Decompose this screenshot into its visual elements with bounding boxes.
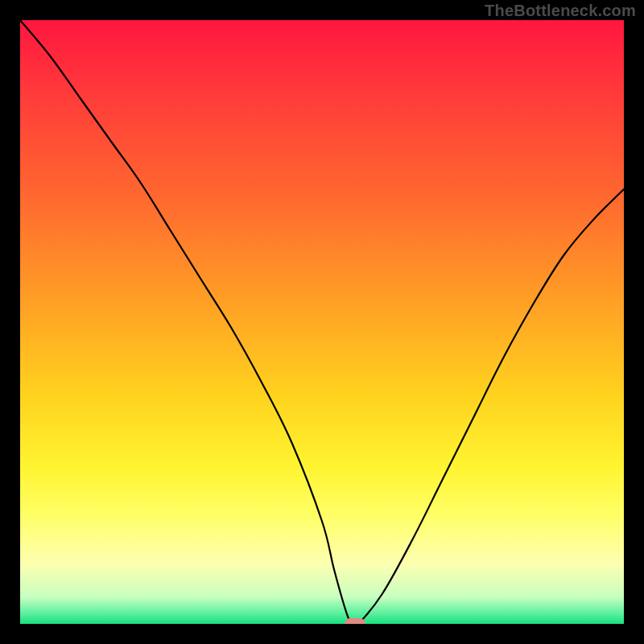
chart-frame: TheBottleneck.com bbox=[0, 0, 644, 644]
bottleneck-chart bbox=[20, 20, 624, 624]
watermark-text: TheBottleneck.com bbox=[485, 2, 636, 20]
gradient-background bbox=[20, 20, 624, 624]
plot-area bbox=[20, 20, 624, 624]
